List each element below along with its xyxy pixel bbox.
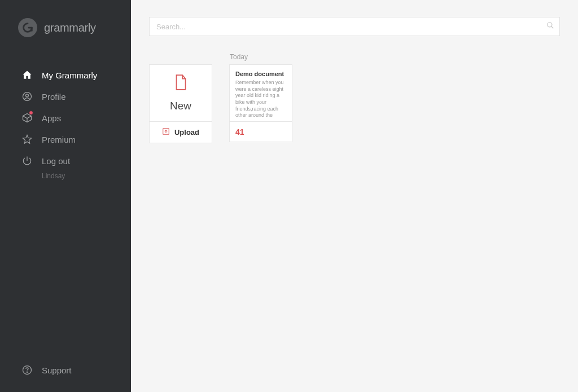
sidebar-username: Lindsay <box>0 171 131 180</box>
sidebar-item-label: Premium <box>42 135 76 144</box>
sidebar-item-logout[interactable]: Log out <box>0 150 131 171</box>
home-icon <box>21 69 33 81</box>
star-icon <box>21 134 33 145</box>
search-input[interactable] <box>149 17 560 36</box>
sidebar: grammarly My Grammarly Profile <box>0 0 131 392</box>
sidebar-nav: My Grammarly Profile Apps <box>0 64 131 180</box>
notification-dot-icon <box>29 111 33 115</box>
documents-row: . New <box>149 53 560 143</box>
sidebar-item-premium[interactable]: Premium <box>0 129 131 150</box>
sidebar-item-label: Profile <box>42 93 66 101</box>
document-card[interactable]: Demo document Remember when you were a c… <box>229 64 292 142</box>
sidebar-item-profile[interactable]: Profile <box>0 86 131 107</box>
brand-logo[interactable]: grammarly <box>0 18 131 64</box>
help-icon <box>21 364 33 376</box>
sidebar-item-label: My Grammarly <box>42 71 97 80</box>
sidebar-item-my-grammarly[interactable]: My Grammarly <box>0 64 131 86</box>
svg-point-3 <box>27 372 27 372</box>
document-title: Demo document <box>235 71 286 77</box>
profile-icon <box>21 91 33 102</box>
today-column: Today Demo document Remember when you we… <box>229 53 292 142</box>
new-document-icon <box>173 74 188 93</box>
new-document-card[interactable]: New Upload <box>149 64 212 143</box>
svg-point-4 <box>548 23 552 27</box>
sidebar-item-label: Apps <box>42 114 61 122</box>
document-issue-count: 41 <box>235 127 244 136</box>
sidebar-item-label: Log out <box>42 157 70 165</box>
sidebar-item-support[interactable]: Support <box>0 359 131 381</box>
document-preview: Remember when you were a careless eight … <box>235 80 286 119</box>
upload-label: Upload <box>174 128 199 136</box>
search-bar <box>149 17 560 36</box>
upload-button[interactable]: Upload <box>150 121 212 143</box>
power-icon <box>21 155 33 166</box>
new-column: . New <box>149 53 212 143</box>
search-icon[interactable] <box>546 21 554 32</box>
main-content: . New <box>131 0 578 392</box>
section-today-label: Today <box>229 53 292 61</box>
sidebar-item-apps[interactable]: Apps <box>0 107 131 129</box>
svg-point-1 <box>26 94 29 97</box>
document-card-footer: 41 <box>230 121 292 142</box>
brand-name: grammarly <box>44 21 96 34</box>
new-document-label: New <box>170 100 191 112</box>
document-card-body: Demo document Remember when you were a c… <box>230 65 292 121</box>
brand-logo-icon <box>18 18 37 37</box>
upload-icon <box>162 127 170 137</box>
sidebar-item-label: Support <box>42 366 72 375</box>
new-document-main: New <box>150 65 212 121</box>
sidebar-bottom: Support <box>0 359 131 392</box>
